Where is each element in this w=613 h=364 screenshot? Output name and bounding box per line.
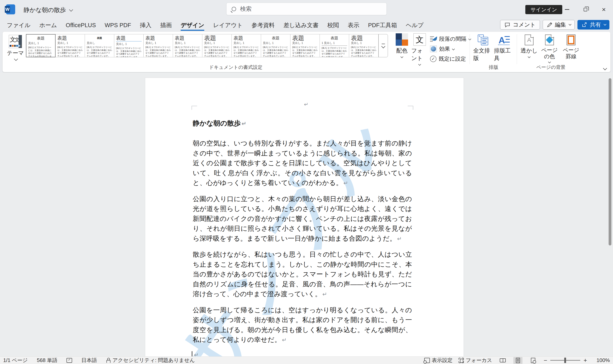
word-app-icon[interactable]	[6, 4, 15, 14]
watermark-label: 透かし	[520, 47, 537, 54]
style-card-heading: 見出し 1	[351, 41, 377, 45]
tab-help[interactable]: ヘルプ	[401, 19, 428, 32]
tab-wps-pdf[interactable]: WPS PDF	[100, 19, 136, 32]
tab-view[interactable]: 表示	[343, 19, 364, 32]
restore-button[interactable]	[576, 0, 595, 19]
style-set-card-12[interactable]: 表題見出し 1[挿入] タブのギャラリーには、文書全体の体裁に合わせて調整するた…	[349, 34, 379, 57]
effects-icon	[430, 46, 437, 52]
watermark-button[interactable]: A 透かし	[520, 34, 538, 58]
zoom-in-button[interactable]: +	[584, 357, 587, 364]
editing-mode-button[interactable]: 編集	[543, 20, 575, 29]
colors-button[interactable]: 配色	[394, 33, 410, 58]
style-set-card-3[interactable]: 表題見出し[挿入] タブのギャラリーには、文書全体の体裁に合わせて調整するための…	[85, 34, 114, 57]
effects-button[interactable]: 効果	[430, 45, 471, 53]
style-set-card-2[interactable]: 表題見出し 1[挿入] タブのギャラリーには、文書全体の体裁に合わせて調整するた…	[55, 34, 85, 57]
page-number-indicator[interactable]: 1/1 ページ	[3, 357, 28, 364]
document-heading: 静かな朝の散歩↵	[193, 119, 412, 128]
style-card-title: 表題	[233, 36, 259, 40]
group-divider	[470, 34, 470, 64]
status-bar: 1/1 ページ 568 単語 日本語 アクセシビリティ: 問題ありません 表示設…	[0, 356, 613, 364]
style-card-heading: 見出し 1	[116, 42, 142, 46]
comments-button[interactable]: コメント	[500, 20, 540, 29]
style-set-card-10[interactable]: 表題見出し 1[挿入] タブのギャラリーには、文書全体の体裁に合わせて調整するた…	[290, 34, 320, 57]
style-set-card-6[interactable]: 表題見出し 1[挿入] タブのギャラリーには、文書全体の体裁に合わせて調整するた…	[173, 34, 202, 57]
sign-in-button[interactable]: サインイン	[525, 5, 562, 14]
tab-file[interactable]: ファイル	[2, 19, 35, 32]
style-set-card-8[interactable]: 表題見出し 1[挿入] タブのギャラリーには、文書全体の体裁に合わせて調整するた…	[232, 34, 261, 57]
style-card-title: 表題	[204, 36, 230, 40]
zoom-slider-handle[interactable]	[564, 358, 566, 363]
style-card-body: [挿入] タブのギャラリーには、文書全体の体裁に合わせて調整するためのアイテムが…	[116, 47, 142, 57]
vertical-scrollbar-thumb[interactable]	[609, 78, 611, 246]
style-card-heading: 見出し 1	[28, 41, 53, 45]
tab-design[interactable]: デザイン	[176, 19, 209, 32]
tab-officeplus[interactable]: OfficePLUS	[61, 19, 100, 32]
paragraph-mark: ↵	[397, 236, 402, 242]
style-card-title: 表題	[57, 36, 83, 40]
page-color-button[interactable]: ページの色	[539, 34, 560, 63]
document-canvas: サンプル ↵ 静かな朝の散歩↵ 朝の空気は、いつも特別な香りがする。まだ人々が目…	[0, 73, 613, 356]
document-title[interactable]: 静かな朝の散歩	[24, 6, 72, 14]
accessibility-person-icon	[106, 358, 110, 363]
group-divider	[517, 34, 517, 64]
chevron-down-icon	[381, 44, 385, 48]
word-count-indicator[interactable]: 568 単語	[37, 357, 57, 364]
style-card-title: 表題	[263, 36, 288, 40]
style-set-card-5[interactable]: 表題見出し 1[挿入] タブのギャラリーには、文書全体の体裁に合わせて調整するた…	[143, 34, 173, 57]
minimize-button[interactable]	[558, 0, 576, 19]
page-borders-icon	[565, 34, 577, 46]
tab-review[interactable]: 校閲	[323, 19, 343, 32]
style-card-heading: 見出し 1	[263, 41, 288, 45]
paragraph-mark: ↵	[194, 352, 199, 357]
style-set-card-7[interactable]: 表題見出し 1[挿入] タブのギャラリーには、文書全体の体裁に合わせて調整するた…	[202, 34, 232, 57]
zoom-slider[interactable]	[550, 360, 580, 361]
style-card-title: 表題	[292, 36, 318, 40]
themes-label: テーマ	[7, 49, 24, 57]
accessibility-status[interactable]: アクセシビリティ: 問題ありません	[106, 357, 195, 364]
set-as-default-label: 既定に設定	[439, 55, 466, 63]
tab-mailings[interactable]: 差し込み文書	[279, 19, 323, 32]
tab-references[interactable]: 参考資料	[247, 19, 279, 32]
focus-mode-button[interactable]: フォーカス	[459, 357, 492, 364]
status-bar-left: 1/1 ページ 568 単語 日本語 アクセシビリティ: 問題ありません	[3, 357, 195, 364]
read-mode-icon	[500, 358, 506, 362]
gallery-more-button[interactable]	[379, 34, 388, 57]
proofing-status[interactable]	[67, 358, 72, 363]
fonts-button[interactable]: 文 フォント	[411, 33, 428, 65]
style-set-card-4[interactable]: 表題見出し 1[挿入] タブのギャラリーには、文書全体の体裁に合わせて調整するた…	[114, 34, 144, 57]
comments-label: コメント	[513, 21, 536, 28]
style-card-body: [挿入] タブのギャラリーには、文書全体の体裁に合わせて調整するためのアイテムが…	[145, 46, 171, 57]
tab-insert[interactable]: 挿入	[136, 19, 156, 32]
print-layout-button[interactable]	[513, 357, 522, 364]
paragraph-spacing-button[interactable]: 段落の間隔	[430, 35, 471, 43]
read-mode-button[interactable]	[498, 357, 507, 364]
display-settings-button[interactable]: 表示設定	[424, 357, 453, 364]
style-set-card-11[interactable]: 表題1 見出し 1[挿入] タブのギャラリーには、文書全体の体裁に合わせて調整す…	[320, 34, 349, 57]
chevron-down-icon	[548, 61, 551, 63]
style-set-card-9[interactable]: 表題見出し 1[挿入] タブのギャラリーには、文書全体の体裁に合わせて調整するた…	[261, 34, 290, 57]
theme-glyph-2: 文	[14, 36, 20, 43]
set-as-default-button[interactable]: ✓ 既定に設定	[430, 55, 471, 63]
style-card-body: [挿入] タブのギャラリーには、文書全体の体裁に合わせて調整するためのアイテムが…	[87, 46, 112, 57]
layout-tools-label: 排版工具	[494, 47, 514, 62]
tab-pdf-tools[interactable]: PDF工具箱	[364, 19, 401, 32]
document-page[interactable]: サンプル ↵ 静かな朝の散歩↵ 朝の空気は、いつも特別な香りがする。まだ人々が目…	[145, 78, 463, 356]
full-text-layout-button[interactable]: 全文排版	[473, 34, 493, 62]
collapse-ribbon-button[interactable]	[603, 66, 607, 70]
share-button[interactable]: 共有	[577, 20, 609, 29]
style-card-body: [挿入] タブのギャラリーには、文書全体の体裁に合わせて調整するためのアイテムが…	[175, 46, 200, 57]
zoom-out-button[interactable]: −	[544, 357, 547, 364]
web-layout-button[interactable]	[529, 357, 538, 364]
style-set-card-1[interactable]: 表題見出し 1[挿入] タブのギャラリーには、文書全体の体裁に合わせて調整するた…	[26, 34, 55, 57]
style-card-heading: 1 見出し 1	[322, 41, 347, 46]
document-body[interactable]: 静かな朝の散歩↵ 朝の空気は、いつも特別な香りがする。まだ人々が目を覚ます前の静…	[145, 78, 463, 356]
layout-tools-button[interactable]: A 排版工具	[494, 34, 514, 62]
language-indicator[interactable]: 日本語	[81, 357, 97, 364]
close-button[interactable]: ×	[595, 0, 613, 19]
tab-layout[interactable]: レイアウト	[209, 19, 247, 32]
tab-home[interactable]: ホーム	[35, 19, 61, 32]
zoom-percentage[interactable]: 100%	[593, 357, 610, 364]
tab-draw[interactable]: 描画	[156, 19, 176, 32]
page-borders-button[interactable]: ページ罫線	[561, 34, 581, 60]
search-input[interactable]: 検索	[226, 3, 387, 15]
